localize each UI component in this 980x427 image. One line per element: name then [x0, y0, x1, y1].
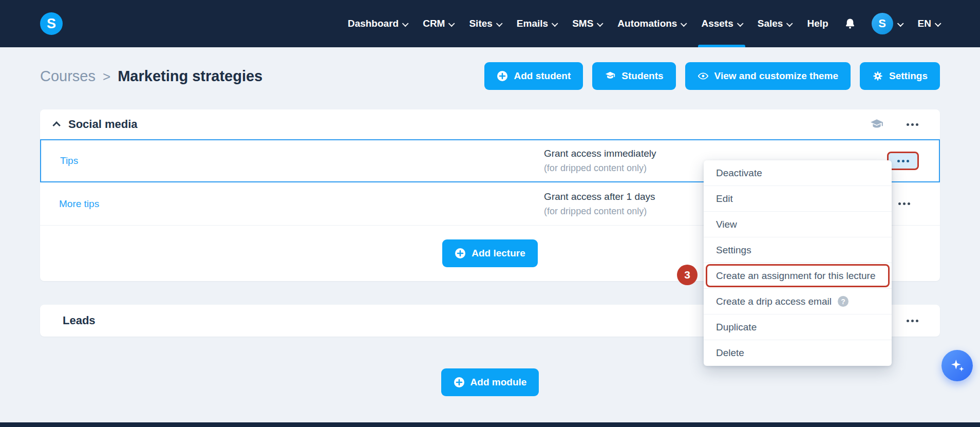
view-customize-theme-button[interactable]: View and customize theme — [685, 62, 851, 90]
breadcrumb-courses-link[interactable]: Courses — [40, 68, 96, 85]
chevron-down-icon — [786, 20, 793, 27]
chevron-down-icon — [597, 20, 604, 27]
chevron-down-icon — [897, 20, 903, 27]
sparkles-icon — [949, 358, 966, 374]
language-selector[interactable]: EN — [918, 18, 940, 29]
avatar: S — [872, 13, 893, 34]
chevron-down-icon — [402, 20, 409, 27]
module-more-actions-button[interactable] — [899, 116, 926, 133]
nav-automations[interactable]: Automations — [617, 0, 686, 47]
module-title: Social media — [68, 118, 138, 131]
nav-emails[interactable]: Emails — [517, 0, 557, 47]
user-avatar-menu[interactable]: S — [872, 13, 902, 34]
eye-icon — [698, 70, 709, 82]
ellipsis-icon — [907, 320, 918, 322]
menu-item-view[interactable]: View — [704, 212, 892, 237]
top-navbar: S Dashboard CRM Sites Emails SMS Automat… — [0, 0, 980, 47]
footer-strip — [0, 422, 980, 427]
students-button[interactable]: Students — [592, 62, 675, 90]
notifications-bell-icon[interactable] — [844, 17, 856, 30]
breadcrumb: Courses > Marketing strategies — [40, 68, 262, 85]
plus-circle-icon — [454, 377, 465, 388]
add-student-button[interactable]: Add student — [484, 62, 583, 90]
menu-item-delete[interactable]: Delete — [704, 340, 892, 366]
chevron-down-icon — [496, 20, 503, 27]
plus-circle-icon — [455, 248, 466, 259]
students-icon — [605, 70, 616, 82]
add-lecture-button[interactable]: Add lecture — [442, 239, 538, 267]
nav-menu: Dashboard CRM Sites Emails SMS Automatio… — [348, 0, 940, 47]
ellipsis-icon — [907, 123, 918, 126]
chevron-down-icon — [681, 20, 687, 27]
page-header: Courses > Marketing strategies Add stude… — [40, 62, 940, 90]
chevron-down-icon — [737, 20, 744, 27]
language-label: EN — [918, 18, 931, 29]
app-logo[interactable]: S — [40, 12, 63, 35]
breadcrumb-separator: > — [103, 69, 110, 85]
lecture-more-actions-button-active[interactable] — [887, 152, 919, 170]
nav-assets[interactable]: Assets — [701, 0, 742, 47]
logo-letter: S — [47, 16, 56, 32]
ellipsis-icon — [898, 202, 910, 205]
menu-item-create-assignment[interactable]: Create an assignment for this lecture — [704, 263, 892, 289]
nav-sales[interactable]: Sales — [758, 0, 792, 47]
chevron-down-icon — [935, 20, 941, 27]
page-title: Marketing strategies — [118, 68, 262, 85]
lecture-link-more-tips[interactable]: More tips — [40, 198, 544, 210]
chevron-down-icon — [448, 20, 455, 27]
chevron-down-icon — [552, 20, 558, 27]
nav-help[interactable]: Help — [807, 0, 828, 47]
menu-item-settings[interactable]: Settings — [704, 237, 892, 263]
nav-dashboard[interactable]: Dashboard — [348, 0, 407, 47]
menu-item-edit[interactable]: Edit — [704, 186, 892, 212]
ellipsis-icon — [897, 160, 909, 162]
lecture-more-actions-button[interactable] — [891, 196, 917, 212]
plus-circle-icon — [497, 70, 508, 82]
menu-item-duplicate[interactable]: Duplicate — [704, 314, 892, 340]
header-actions: Add student Students View and customize … — [484, 62, 940, 90]
step-badge: 3 — [677, 265, 698, 285]
nav-sites[interactable]: Sites — [469, 0, 501, 47]
module-title: Leads — [63, 314, 96, 327]
collapse-chevron-up-icon[interactable] — [52, 121, 61, 129]
nav-sms[interactable]: SMS — [572, 0, 602, 47]
module-header-social-media: Social media — [40, 109, 940, 139]
help-question-icon[interactable]: ? — [838, 296, 849, 307]
settings-button[interactable]: Settings — [860, 62, 940, 90]
menu-item-create-drip-email[interactable]: Create a drip access email ? — [704, 289, 892, 314]
ai-assistant-button[interactable] — [941, 350, 973, 381]
nav-crm[interactable]: CRM — [423, 0, 454, 47]
add-module-button[interactable]: Add module — [441, 368, 539, 396]
lecture-link-tips[interactable]: Tips — [41, 155, 544, 166]
module-more-actions-button[interactable] — [899, 312, 926, 329]
gear-icon — [872, 70, 883, 82]
lecture-context-menu: Deactivate Edit View Settings Create an … — [704, 160, 892, 366]
graduation-cap-icon[interactable] — [870, 118, 883, 131]
menu-item-deactivate[interactable]: Deactivate — [704, 160, 892, 186]
